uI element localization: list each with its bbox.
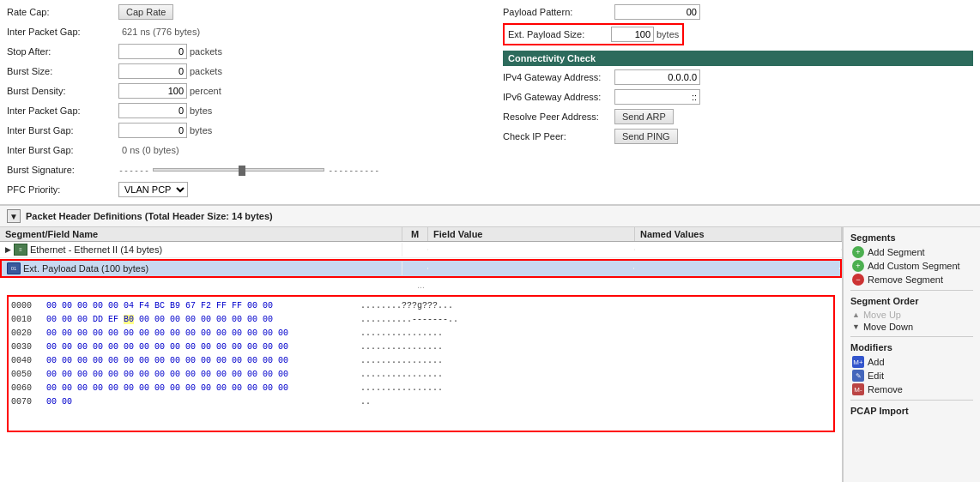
hex-row: 0070 00 00 .. [11,395,831,409]
table-header: Segment/Field Name M Field Value Named V… [0,227,842,242]
hex-row: 0000 00 00 00 00 00 04 F4 BC B9 67 F2 FF… [11,299,831,313]
burst-density-row: Burst Density: percent [7,82,477,99]
pfc-priority-select[interactable]: VLAN PCP [118,182,188,197]
move-up-icon: ▲ [852,310,860,319]
hex-ascii-7: .. [360,395,371,409]
right-sidebar: Segments + Add Segment + Add Custom Segm… [843,227,980,482]
ethernet-segment-label: Ethernet - Ethernet II (14 bytes) [30,244,162,255]
ipv4-row: IPv4 Gateway Address: [503,69,973,86]
move-up-label: Move Up [863,310,901,320]
ipv6-row: IPv6 Gateway Address: [503,88,973,105]
hex-bytes-2: 00 00 00 00 00 00 00 00 00 00 00 00 00 0… [46,327,355,340]
hex-dump-section: 0000 00 00 00 00 00 04 F4 BC B9 67 F2 FF… [7,295,835,432]
cap-rate-button[interactable]: Cap Rate [118,4,173,20]
burst-size-unit: packets [190,66,222,76]
hex-offset-2: 0020 [11,327,41,340]
payload-pattern-input[interactable] [614,4,700,20]
divider-1 [850,290,973,291]
ext-payload-m-cell [402,268,428,269]
ext-payload-field-cell [428,268,634,269]
inter-packet-gap-row: Inter Packet Gap: 621 ns (776 bytes) [7,23,477,40]
add-segment-icon: + [852,246,864,258]
packet-header-title: Packet Header Definitions (Total Header … [26,211,273,221]
stop-after-label: Stop After: [7,46,118,57]
send-ping-button[interactable]: Send PING [614,129,678,144]
ethernet-m-cell [402,249,428,250]
divider-3 [850,400,973,401]
hex-row: 0010 00 00 00 DD EF B0 00 00 00 00 00 00… [11,313,831,327]
ipv4-input[interactable] [614,69,700,85]
burst-signature-slider[interactable]: ------ ---------- [118,166,379,175]
expand-icon[interactable]: ▶ [5,245,11,254]
inter-packet-gap-value: 621 ns (776 bytes) [122,27,200,37]
move-up-action[interactable]: ▲ Move Up [850,309,973,321]
burst-size-input[interactable] [118,63,187,79]
check-ip-label: Check IP Peer: [503,131,614,142]
resolve-row: Resolve Peer Address: Send ARP [503,108,973,125]
add-modifier-action[interactable]: M+ Add [850,355,973,369]
add-custom-segment-label: Add Custom Segment [868,261,960,271]
edit-modifier-action[interactable]: ✎ Edit [850,369,973,383]
hex-row: 0050 00 00 00 00 00 00 00 00 00 00 00 00… [11,368,831,382]
payload-pattern-row: Payload Pattern: [503,3,973,21]
ext-payload-size-unit: bytes [656,29,679,39]
collapse-button[interactable]: ▼ [7,209,21,223]
th-field: Field Value [428,227,635,241]
burst-signature-label: Burst Signature: [7,165,118,175]
ethernet-named-cell [635,249,842,250]
slider-track[interactable] [153,168,324,172]
add-custom-segment-action[interactable]: + Add Custom Segment [850,259,973,273]
hex-ascii-3: ................ [360,340,443,354]
ext-payload-size-label: Ext. Payload Size: [508,29,611,39]
ext-payload-size-row: Ext. Payload Size: bytes [503,23,684,45]
remove-modifier-action[interactable]: M- Remove [850,383,973,396]
remove-segment-action[interactable]: − Remove Segment [850,273,973,286]
inter-packet-gap2-input[interactable] [118,103,187,118]
inter-packet-gap2-unit: bytes [190,105,212,116]
rate-cap-row: Rate Cap: Cap Rate [7,3,477,21]
inter-burst-gap-input[interactable] [118,123,187,138]
hex-offset-7: 0070 [11,395,41,409]
add-segment-action[interactable]: + Add Segment [850,245,973,259]
add-modifier-icon: M+ [852,356,864,368]
hex-ascii-1: ..........-------.. [360,313,458,327]
th-m: M [402,227,428,241]
separator: ... [0,279,842,292]
hex-bytes-0: 00 00 00 00 00 04 F4 BC B9 67 F2 FF FF 0… [46,299,355,313]
ethernet-field-cell [428,249,635,250]
inter-burst-gap-label: Inter Burst Gap: [7,125,118,136]
ext-payload-table-row[interactable]: 01 Ext. Payload Data (100 bytes) [2,261,840,276]
remove-modifier-label: Remove [868,384,903,395]
payload-pattern-label: Payload Pattern: [503,7,614,17]
check-ip-row: Check IP Peer: Send PING [503,128,973,145]
stop-after-input[interactable] [118,44,187,59]
pfc-priority-label: PFC Priority: [7,184,118,195]
edit-modifier-icon: ✎ [852,370,864,382]
table-row[interactable]: ▶ ≡ Ethernet - Ethernet II (14 bytes) [0,242,842,258]
remove-segment-icon: − [852,274,864,286]
resolve-label: Resolve Peer Address: [503,111,614,122]
move-down-action[interactable]: ▼ Move Down [850,321,973,333]
divider-2 [850,336,973,337]
ext-payload-icon: 01 [7,262,21,274]
ipv6-input[interactable] [614,89,700,105]
burst-density-unit: percent [190,86,221,96]
ext-payload-size-input[interactable] [611,27,654,42]
connectivity-header: Connectivity Check [503,51,973,66]
packet-header-section: ▼ Packet Header Definitions (Total Heade… [0,205,980,227]
inter-burst-gap-row: Inter Burst Gap: bytes [7,122,477,139]
hex-offset-4: 0040 [11,354,41,368]
burst-size-label: Burst Size: [7,66,118,76]
hex-ascii-0: ........???g???... [360,299,453,313]
send-arp-button[interactable]: Send ARP [614,109,674,124]
burst-density-input[interactable] [118,83,187,99]
hex-bytes-1: 00 00 00 DD EF B0 00 00 00 00 00 00 00 0… [46,313,355,327]
inter-packet-gap2-row: Inter Packet Gap: bytes [7,102,477,119]
hex-row: 0060 00 00 00 00 00 00 00 00 00 00 00 00… [11,382,831,395]
hex-row: 0020 00 00 00 00 00 00 00 00 00 00 00 00… [11,327,831,340]
hex-ascii-4: ................ [360,354,443,368]
slider-handle[interactable] [239,166,245,176]
hex-bytes-5: 00 00 00 00 00 00 00 00 00 00 00 00 00 0… [46,368,355,382]
hex-ascii-6: ................ [360,382,443,395]
inter-packet-gap2-label: Inter Packet Gap: [7,105,118,116]
